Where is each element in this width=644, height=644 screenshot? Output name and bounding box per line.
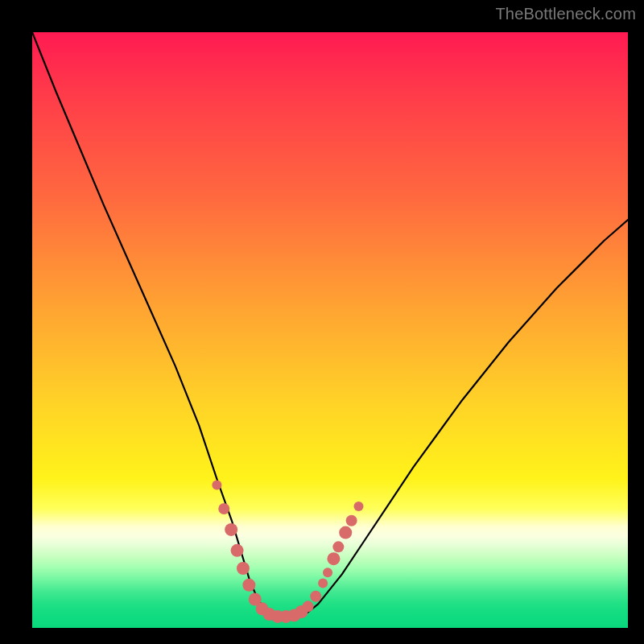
marker-dot (332, 541, 344, 552)
marker-dot (218, 503, 229, 514)
marker-dot (354, 502, 364, 511)
highlight-markers (212, 480, 363, 623)
marker-dot (318, 579, 328, 588)
marker-dot (225, 523, 237, 536)
marker-dot (327, 552, 340, 565)
plot-area (32, 32, 628, 628)
marker-dot (242, 579, 255, 592)
chart-svg (32, 32, 628, 628)
watermark-text: TheBottleneck.com (495, 5, 636, 23)
marker-dot (212, 480, 221, 489)
marker-dot (310, 591, 321, 602)
bottleneck-curve (32, 32, 628, 617)
marker-dot (346, 515, 357, 526)
marker-dot (303, 601, 314, 612)
marker-dot (339, 526, 352, 539)
marker-dot (231, 544, 244, 557)
marker-dot (323, 568, 332, 577)
marker-dot (237, 562, 250, 575)
chart-frame: TheBottleneck.com (0, 0, 644, 644)
